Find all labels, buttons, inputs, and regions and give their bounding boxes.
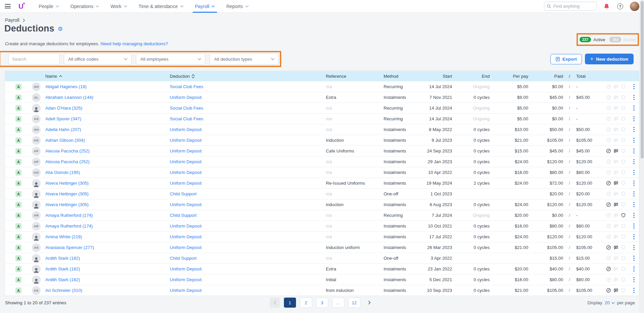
employee-name-link[interactable]: Alvera Hettinger (305): [45, 181, 89, 186]
row-shield-icon[interactable]: [621, 84, 626, 89]
export-button[interactable]: Export: [550, 54, 582, 64]
help-icon[interactable]: ?: [617, 3, 623, 9]
row-comment-icon[interactable]: [613, 170, 618, 175]
row-shield-icon[interactable]: [621, 116, 626, 121]
employee-name-link[interactable]: Alia Osinski (195): [45, 170, 80, 175]
row-kebab-menu-icon[interactable]: [632, 180, 635, 187]
row-kebab-menu-icon[interactable]: [632, 287, 635, 294]
row-shield-icon[interactable]: [621, 181, 626, 186]
row-comment-icon[interactable]: [613, 202, 618, 207]
employee-name-link[interactable]: Alvera Hettinger (305): [45, 191, 89, 196]
employee-name-link[interactable]: Abraham Leannon (144): [45, 95, 93, 100]
deduction-type-link[interactable]: Child Support: [170, 256, 197, 261]
row-edit-icon[interactable]: [606, 148, 611, 153]
row-comment-icon[interactable]: [613, 224, 618, 229]
row-kebab-menu-icon[interactable]: [632, 83, 635, 90]
row-comment-icon[interactable]: [613, 159, 618, 164]
row-edit-icon[interactable]: [606, 288, 611, 293]
row-shield-icon[interactable]: [621, 224, 626, 229]
nav-item-payroll[interactable]: Payroll: [189, 0, 221, 13]
row-comment-icon[interactable]: [613, 95, 618, 100]
pagination-page-12[interactable]: 12: [348, 298, 360, 308]
employee-name-link[interactable]: Alessia Pacocha (252): [45, 148, 90, 153]
hamburger-menu-icon[interactable]: [5, 4, 11, 8]
pagination-next-icon[interactable]: [364, 298, 375, 308]
pagination-page-2[interactable]: 2: [300, 298, 312, 308]
row-edit-icon[interactable]: [606, 277, 611, 282]
row-comment-icon[interactable]: [613, 116, 618, 121]
gear-icon[interactable]: ⚙: [58, 25, 63, 32]
row-kebab-menu-icon[interactable]: [632, 265, 635, 272]
deduction-type-link[interactable]: Social Club Fees: [170, 84, 203, 89]
filter-employees-select[interactable]: All employees: [136, 53, 205, 65]
row-shield-icon[interactable]: [621, 95, 626, 100]
row-shield-icon[interactable]: [621, 148, 626, 153]
employee-name-link[interactable]: Adell Sporer (347): [45, 116, 81, 121]
row-edit-icon[interactable]: [606, 213, 611, 218]
filter-deduction-types-select[interactable]: All deduction types: [210, 53, 279, 65]
row-kebab-menu-icon[interactable]: [632, 137, 635, 144]
row-kebab-menu-icon[interactable]: [632, 201, 635, 208]
row-edit-icon[interactable]: [606, 245, 611, 250]
row-shield-icon[interactable]: [621, 159, 626, 164]
row-comment-icon[interactable]: [613, 191, 618, 196]
row-edit-icon[interactable]: [606, 181, 611, 186]
row-shield-icon[interactable]: [621, 256, 626, 261]
row-kebab-menu-icon[interactable]: [632, 158, 635, 165]
row-shield-icon[interactable]: [621, 234, 626, 239]
new-deduction-button[interactable]: + New deduction: [585, 54, 634, 64]
employee-name-link[interactable]: Abigail Hagenes (18): [45, 84, 87, 89]
row-comment-icon[interactable]: [613, 138, 618, 143]
row-kebab-menu-icon[interactable]: [632, 126, 635, 133]
deduction-type-link[interactable]: Uniform Deposit: [170, 202, 202, 207]
nav-item-work[interactable]: Work: [105, 0, 133, 13]
row-shield-icon[interactable]: [621, 266, 626, 271]
row-edit-icon[interactable]: [606, 95, 611, 100]
nav-item-people[interactable]: People: [33, 0, 65, 13]
row-kebab-menu-icon[interactable]: [632, 276, 635, 283]
row-edit-icon[interactable]: [606, 116, 611, 121]
nav-item-reports[interactable]: Reports: [220, 0, 254, 13]
deduction-type-link[interactable]: Uniform Deposit: [170, 181, 202, 186]
row-kebab-menu-icon[interactable]: [632, 169, 635, 176]
deduction-type-link[interactable]: Uniform Deposit: [170, 138, 202, 143]
employee-name-link[interactable]: Anastasia Spencer (277): [45, 245, 94, 250]
nav-item-time-attendance[interactable]: Time & attendance: [133, 0, 189, 13]
row-comment-icon[interactable]: [613, 234, 618, 239]
global-search-input[interactable]: [544, 2, 597, 11]
employee-name-link[interactable]: Ardith Stark (182): [45, 256, 80, 261]
row-edit-icon[interactable]: [606, 234, 611, 239]
row-comment-icon[interactable]: [613, 181, 618, 186]
row-comment-icon[interactable]: [613, 266, 618, 271]
row-kebab-menu-icon[interactable]: [632, 244, 635, 251]
employee-name-link[interactable]: Adrian Gibson (304): [45, 138, 85, 143]
row-kebab-menu-icon[interactable]: [632, 115, 635, 122]
column-header-deduction[interactable]: Deduction: [165, 74, 321, 79]
row-edit-icon[interactable]: [606, 202, 611, 207]
filter-office-codes-select[interactable]: All office codes: [64, 53, 132, 65]
row-edit-icon[interactable]: [606, 84, 611, 89]
deduction-type-link[interactable]: Uniform Deposit: [170, 127, 202, 132]
pagination-page-3[interactable]: 3: [316, 298, 328, 308]
row-kebab-menu-icon[interactable]: [632, 223, 635, 230]
deduction-type-link[interactable]: Uniform Deposit: [170, 148, 202, 153]
column-header-name[interactable]: Name: [45, 74, 165, 79]
row-kebab-menu-icon[interactable]: [632, 233, 635, 240]
row-comment-icon[interactable]: [613, 127, 618, 132]
row-kebab-menu-icon[interactable]: [632, 147, 635, 154]
nav-item-operations[interactable]: Operations: [65, 0, 105, 13]
deduction-type-link[interactable]: Uniform Deposit: [170, 170, 202, 175]
row-shield-icon[interactable]: [621, 127, 626, 132]
row-comment-icon[interactable]: [613, 256, 618, 261]
deduction-type-link[interactable]: Child Support: [170, 213, 197, 218]
notifications-bell-icon[interactable]: [604, 3, 609, 9]
deduction-type-link[interactable]: Uniform Deposit: [170, 277, 202, 282]
deduction-type-link[interactable]: Uniform Deposit: [170, 224, 202, 229]
user-avatar[interactable]: [630, 2, 639, 11]
active-label[interactable]: Active: [593, 37, 605, 42]
row-kebab-menu-icon[interactable]: [632, 94, 635, 101]
row-edit-icon[interactable]: [606, 138, 611, 143]
deduction-type-link[interactable]: Uniform Deposit: [170, 159, 202, 164]
employee-name-link[interactable]: Adan O'Hara (325): [45, 106, 82, 111]
row-shield-icon[interactable]: [621, 138, 626, 143]
